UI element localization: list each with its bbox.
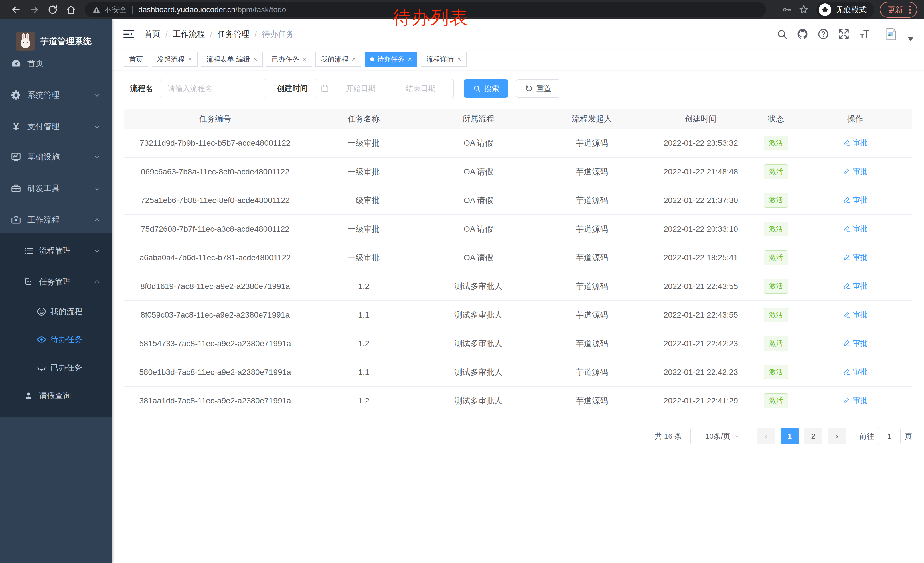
approve-link[interactable]: 审批 [843, 252, 868, 262]
browser-menu-icon[interactable] [908, 5, 912, 15]
edit-pencil-icon [843, 196, 850, 204]
sidebar-item-home[interactable]: 首页 [0, 52, 112, 75]
password-key-icon[interactable] [780, 3, 793, 16]
end-date-input[interactable] [394, 84, 448, 93]
forward-icon[interactable] [28, 3, 40, 16]
cell-initiator: 芋道源码 [536, 252, 648, 263]
page-button-2[interactable]: 2 [804, 428, 822, 444]
sidebar-item-infrastructure[interactable]: 基础设施 [0, 146, 112, 168]
approve-link[interactable]: 审批 [843, 338, 868, 348]
column-header-created: 创建时间 [648, 113, 753, 124]
approve-link[interactable]: 审批 [843, 367, 868, 377]
help-icon[interactable] [815, 26, 831, 42]
edit-pencil-icon [843, 139, 850, 146]
sidebar-item-task-management[interactable]: 任务管理 [0, 270, 112, 293]
page-size-select[interactable]: 10条/页 [690, 428, 746, 444]
date-range-picker[interactable]: - [315, 79, 454, 98]
tab-todo-tasks[interactable]: 待办任务× [364, 51, 417, 67]
reload-icon[interactable] [46, 3, 59, 16]
tab-start-process[interactable]: 发起流程× [152, 51, 198, 67]
column-header-status: 状态 [753, 113, 798, 124]
next-page-button[interactable]: › [828, 428, 846, 444]
cell-initiator: 芋道源码 [536, 395, 648, 406]
edit-pencil-icon [843, 225, 850, 232]
tab-home[interactable]: 首页 [124, 51, 148, 67]
eye-closed-icon [36, 362, 47, 374]
page-button-1[interactable]: 1 [781, 428, 799, 444]
github-icon[interactable] [795, 26, 811, 42]
fullscreen-icon[interactable] [836, 26, 852, 42]
breadcrumb: 首页 / 工作流程 / 任务管理 / 待办任务 [144, 29, 294, 39]
approve-link[interactable]: 审批 [843, 281, 868, 291]
table-row: 381aa1dd-7ac8-11ec-a9e2-a2380e71991a 1.2… [124, 387, 912, 415]
sidebar-item-leave-query[interactable]: 请假查询 [0, 384, 112, 407]
table-header-row: 任务编号 任务名称 所属流程 流程发起人 创建时间 状态 操作 [124, 109, 912, 129]
font-size-icon[interactable] [856, 26, 873, 42]
breadcrumb-current: 待办任务 [262, 29, 294, 39]
yen-icon: ¥ [10, 121, 22, 132]
cell-task-name: 1.2 [307, 339, 421, 348]
approve-link[interactable]: 审批 [843, 167, 868, 176]
column-header-process: 所属流程 [421, 113, 536, 124]
sidebar-item-process-management[interactable]: 流程管理 [0, 239, 112, 262]
sidebar-item-done-tasks[interactable]: 已办任务 [0, 356, 112, 379]
browser-update-button[interactable]: 更新 [880, 2, 917, 18]
close-icon[interactable]: × [408, 56, 412, 63]
cell-task-name: 1.2 [307, 396, 421, 405]
cell-process: 测试多审批人 [421, 309, 536, 320]
sidebar-item-devtools[interactable]: 研发工具 [0, 177, 112, 200]
approve-link[interactable]: 审批 [843, 224, 868, 234]
chevron-down-icon [93, 123, 101, 130]
avatar-broken-image[interactable] [880, 23, 902, 45]
sidebar-item-todo-tasks[interactable]: 待办任务 [0, 328, 112, 351]
cell-created: 2022-01-22 21:37:30 [648, 196, 753, 205]
cell-task-name: 一级审批 [307, 138, 421, 149]
back-icon[interactable] [10, 3, 22, 16]
edit-pencil-icon [843, 168, 850, 175]
sidebar-item-payment[interactable]: ¥ 支付管理 [0, 115, 112, 138]
approve-link[interactable]: 审批 [843, 309, 868, 320]
sidebar-item-my-process[interactable]: 我的流程 [0, 300, 112, 323]
approve-link[interactable]: 审批 [843, 138, 868, 148]
close-icon[interactable]: × [352, 56, 356, 63]
eye-icon [36, 334, 47, 345]
cell-created: 2022-01-22 21:48:48 [648, 167, 753, 176]
security-label: 不安全 [104, 5, 126, 15]
sidebar-item-workflow[interactable]: 工作流程 [0, 209, 112, 231]
page-content: 流程名 创建时间 - 搜索 重置 任务编号 [112, 70, 924, 444]
chevron-down-icon [93, 185, 101, 192]
close-icon[interactable]: × [188, 56, 192, 63]
home-icon[interactable] [65, 3, 77, 16]
sidebar-fold-icon[interactable] [122, 27, 136, 41]
close-icon[interactable]: × [457, 56, 461, 63]
reset-button[interactable]: 重置 [516, 79, 560, 98]
status-badge: 激活 [764, 279, 788, 294]
search-button[interactable]: 搜索 [464, 79, 508, 98]
chevron-up-icon [93, 278, 101, 285]
breadcrumb-home[interactable]: 首页 [144, 29, 160, 39]
start-date-input[interactable] [334, 84, 388, 93]
sidebar-item-system[interactable]: 系统管理 [0, 84, 112, 107]
tab-process-form-edit[interactable]: 流程表单-编辑× [201, 51, 263, 67]
tab-done-tasks[interactable]: 已办任务× [266, 51, 312, 67]
breadcrumb-task-management[interactable]: 任务管理 [218, 29, 250, 39]
process-name-input[interactable] [160, 79, 267, 98]
cell-task-id: 580e1b3d-7ac8-11ec-a9e2-a2380e71991a [124, 368, 307, 377]
avatar-caret-icon[interactable] [908, 37, 914, 41]
edit-pencil-icon [843, 282, 850, 290]
goto-page-input[interactable] [878, 428, 900, 444]
breadcrumb-workflow[interactable]: 工作流程 [173, 29, 205, 39]
prev-page-button[interactable]: ‹ [758, 428, 775, 444]
close-icon[interactable]: × [303, 56, 307, 63]
cell-initiator: 芋道源码 [536, 195, 648, 206]
bookmark-star-icon[interactable] [798, 3, 810, 16]
approve-link[interactable]: 审批 [843, 395, 868, 405]
chevron-down-icon [93, 153, 101, 161]
table-row: a6aba0a4-7b6d-11ec-b781-acde48001122 一级审… [124, 243, 912, 272]
sidebar: 芋道管理系统 首页 系统管理 ¥ 支付管理 基础设施 [0, 20, 112, 563]
tab-my-process[interactable]: 我的流程× [315, 51, 361, 67]
tab-process-detail[interactable]: 流程详情× [421, 51, 466, 67]
search-icon[interactable] [774, 26, 790, 42]
close-icon[interactable]: × [254, 56, 257, 63]
approve-link[interactable]: 审批 [843, 195, 868, 205]
